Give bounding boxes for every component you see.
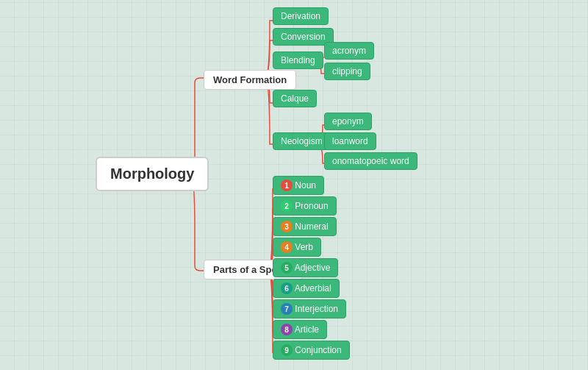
- blending-node: Blending: [273, 51, 323, 69]
- blending-label: Blending: [273, 51, 323, 69]
- onomatopoeia-node: onomatopoeic word: [324, 152, 417, 170]
- interjection-label: 7 Interjection: [273, 299, 346, 319]
- clipping-label: clipping: [324, 63, 370, 80]
- onomatopoeia-label: onomatopoeic word: [324, 152, 417, 170]
- article-label: 8 Article: [273, 320, 327, 339]
- numeral-badge: 3: [281, 221, 293, 232]
- numeral-node: 3 Numeral: [273, 217, 337, 236]
- adjective-badge: 5: [281, 262, 293, 274]
- pronoun-node: 2 Pronoun: [273, 196, 337, 216]
- loanword-node: loanword: [324, 132, 376, 150]
- calque-label: Calque: [273, 90, 317, 107]
- pronoun-badge: 2: [281, 200, 293, 212]
- loanword-label: loanword: [324, 132, 376, 150]
- calque-node: Calque: [273, 90, 317, 107]
- acronym-node: acronym: [324, 42, 374, 60]
- clipping-node: clipping: [324, 63, 370, 80]
- pronoun-label: 2 Pronoun: [273, 196, 337, 216]
- neologism-label: Neologism: [273, 132, 331, 150]
- noun-badge: 1: [281, 179, 293, 191]
- numeral-label: 3 Numeral: [273, 217, 337, 236]
- interjection-badge: 7: [281, 303, 293, 315]
- acronym-label: acronym: [324, 42, 374, 60]
- adjective-node: 5 Adjective: [273, 258, 338, 277]
- article-node: 8 Article: [273, 320, 327, 339]
- eponym-label: eponym: [324, 113, 372, 130]
- conjunction-badge: 9: [281, 344, 293, 356]
- derivation-node: Derivation: [273, 7, 329, 25]
- word-formation-label: Word Formation: [204, 70, 296, 90]
- noun-label: 1 Noun: [273, 176, 324, 195]
- interjection-node: 7 Interjection: [273, 299, 346, 319]
- adjective-label: 5 Adjective: [273, 258, 338, 277]
- adverbial-badge: 6: [281, 282, 293, 294]
- article-badge: 8: [281, 324, 293, 335]
- main-node: Morphology: [96, 157, 209, 191]
- conjunction-node: 9 Conjunction: [273, 341, 350, 360]
- verb-badge: 4: [281, 241, 293, 253]
- morphology-label: Morphology: [96, 157, 209, 191]
- verb-node: 4 Verb: [273, 238, 321, 257]
- verb-label: 4 Verb: [273, 238, 321, 257]
- neologism-node: Neologism: [273, 132, 331, 150]
- noun-node: 1 Noun: [273, 176, 324, 195]
- derivation-label: Derivation: [273, 7, 329, 25]
- adverbial-node: 6 Adverbial: [273, 279, 340, 298]
- adverbial-label: 6 Adverbial: [273, 279, 340, 298]
- conjunction-label: 9 Conjunction: [273, 341, 350, 360]
- eponym-node: eponym: [324, 113, 372, 130]
- word-formation-node: Word Formation: [204, 70, 296, 90]
